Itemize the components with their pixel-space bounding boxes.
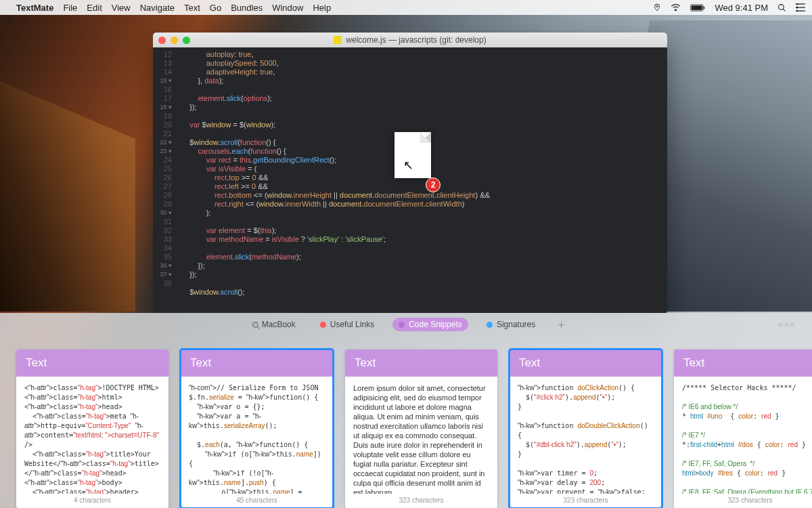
svg-point-13 xyxy=(253,322,258,327)
menu-window[interactable]: Window xyxy=(272,3,303,13)
svg-rect-4 xyxy=(704,6,705,9)
drag-file-overlay: ↖ 2 xyxy=(387,132,438,196)
card-body: "h-com">// Serialize Form to JSON $.fn.s… xyxy=(181,377,333,494)
svg-point-5 xyxy=(779,4,784,9)
macos-menubar: TextMate File Edit View Navigate Text Go… xyxy=(0,0,812,15)
tag-useful-links[interactable]: Useful Links xyxy=(314,318,380,331)
snippet-card[interactable]: Text<"h-attr">class="h-tag">!DOCTYPE HTM… xyxy=(16,350,168,508)
spotlight-icon[interactable] xyxy=(777,3,786,12)
card-title: Text xyxy=(345,350,497,377)
more-button[interactable]: ○○○ xyxy=(778,320,796,329)
notification-center-icon[interactable] xyxy=(796,3,805,12)
snippet-card[interactable]: Text"h-kw">function doClickAction() { $(… xyxy=(510,350,662,508)
close-button[interactable] xyxy=(158,37,166,44)
svg-line-6 xyxy=(783,9,785,11)
card-title: Text xyxy=(16,350,168,377)
tag-dot-icon xyxy=(487,322,493,328)
battery-icon[interactable] xyxy=(690,4,705,12)
tag-label: Signatures xyxy=(497,320,535,329)
snippets-panel: MacBookUseful LinksCode SnippetsSignatur… xyxy=(0,313,812,508)
wifi-icon[interactable] xyxy=(671,3,681,12)
menu-go[interactable]: Go xyxy=(210,3,221,13)
menu-help[interactable]: Help xyxy=(313,3,331,13)
panel-toolbar: MacBookUseful LinksCode SnippetsSignatur… xyxy=(0,313,812,336)
card-title: Text xyxy=(181,350,333,377)
drag-count-badge: 2 xyxy=(426,177,441,192)
window-title: welcome.js — javascripts (git: develop) xyxy=(346,35,486,45)
menu-file[interactable]: File xyxy=(63,3,77,13)
card-footer: 4 characters xyxy=(16,494,168,508)
card-body: <"h-attr">class="h-tag">!DOCTYPE HTML> <… xyxy=(16,377,168,494)
cards-row[interactable]: Text<"h-attr">class="h-tag">!DOCTYPE HTM… xyxy=(0,336,812,508)
card-footer: 323 characters xyxy=(674,494,812,508)
svg-point-0 xyxy=(656,6,658,7)
card-footer: 45 characters xyxy=(181,494,333,508)
svg-line-14 xyxy=(257,326,259,329)
card-body: Lorem ipsum dolor sit amet, consectetur … xyxy=(345,377,497,494)
menu-view[interactable]: View xyxy=(112,3,131,13)
svg-rect-3 xyxy=(692,5,702,10)
line-gutter[interactable]: 12131415 ▾161718 ▾19202122 ▾23 ▾24252627… xyxy=(153,47,176,314)
tag-label: Code Snippets xyxy=(409,320,462,329)
minimize-button[interactable] xyxy=(171,37,178,44)
zoom-button[interactable] xyxy=(183,37,190,44)
app-name[interactable]: TextMate xyxy=(16,3,53,13)
svg-point-11 xyxy=(796,7,798,8)
tag-dot-icon xyxy=(320,322,326,328)
menu-bundles[interactable]: Bundles xyxy=(231,3,263,13)
card-footer: 323 characters xyxy=(345,494,497,508)
add-tag-button[interactable]: ＋ xyxy=(556,318,566,331)
menu-navigate[interactable]: Navigate xyxy=(140,3,175,13)
tag-signatures[interactable]: Signatures xyxy=(480,318,541,331)
window-titlebar[interactable]: welcome.js — javascripts (git: develop) xyxy=(153,33,667,47)
menu-edit[interactable]: Edit xyxy=(87,3,102,13)
svg-point-1 xyxy=(675,9,677,11)
tag-code-snippets[interactable]: Code Snippets xyxy=(392,318,468,331)
tag-label: MacBook xyxy=(262,320,296,329)
file-js-icon xyxy=(334,36,342,44)
card-body: /***** Selector Hacks *****/ /* IE6 and … xyxy=(674,377,812,494)
snippet-card[interactable]: Text"h-com">// Serialize Form to JSON $.… xyxy=(181,350,333,508)
snippet-card[interactable]: Text/***** Selector Hacks *****/ /* IE6 … xyxy=(674,350,812,508)
card-footer: 323 characters xyxy=(510,494,662,508)
tag-dot-icon xyxy=(399,322,405,328)
menubar-clock[interactable]: Wed 9:41 PM xyxy=(715,3,768,13)
cursor-icon: ↖ xyxy=(403,158,413,173)
menu-text[interactable]: Text xyxy=(184,3,200,13)
card-title: Text xyxy=(510,350,662,377)
svg-point-10 xyxy=(796,3,798,5)
search-icon[interactable] xyxy=(252,319,261,329)
location-icon[interactable] xyxy=(653,3,661,12)
tag-label: Useful Links xyxy=(330,320,374,329)
card-title: Text xyxy=(674,350,812,377)
card-body: "h-kw">function doClickAction() { $("#cl… xyxy=(510,377,662,494)
svg-point-12 xyxy=(796,10,798,12)
snippet-card[interactable]: TextLorem ipsum dolor sit amet, consecte… xyxy=(345,350,497,508)
